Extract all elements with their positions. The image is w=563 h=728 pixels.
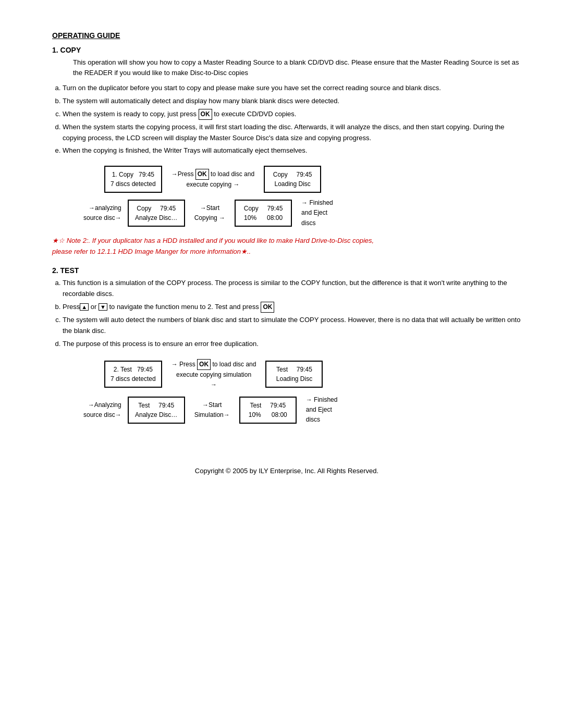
copyright: Copyright © 2005 by ILY Enterprise, Inc.… (52, 467, 521, 475)
test-analyzing-text: →Analyzing source disc→ (83, 400, 121, 420)
test-lcd-4: Test 79:45 10% 08:00 (239, 397, 297, 424)
copy-lcd-1-line1: 1. Copy 79:45 (111, 170, 156, 179)
copy-lcd-4-line2: 10% 08:00 (241, 213, 286, 223)
copy-step-a: Turn on the duplicator before you start … (63, 83, 521, 94)
copy-diagram-row1: 1. Copy 79:45 7 discs detected →Press OK… (104, 166, 521, 193)
copy-analyzing-text: →analyzing source disc→ (83, 203, 121, 223)
test-lcd-2-line1: Test 79:45 (272, 365, 316, 374)
test-step-b: Press▲ or ▼ to navigate the function men… (63, 302, 521, 313)
test-step-c: The system will auto detect the numbers … (63, 315, 521, 337)
copy-diagram: 1. Copy 79:45 7 discs detected →Press OK… (52, 166, 521, 228)
test-lcd-1-line2: 7 discs detected (111, 374, 156, 384)
copy-step-c: When the system is ready to copy, just p… (63, 109, 521, 120)
copy-lcd-4-line1: Copy 79:45 (241, 204, 286, 213)
copy-step-e: When the copying is finished, the Writer… (63, 145, 521, 156)
test-step-a: This function is a simulation of the COP… (63, 278, 521, 300)
test-arrow-1: → Press OK to load disc and execute copy… (172, 359, 256, 390)
copy-lcd-3-line1: Copy 79:45 (134, 204, 179, 213)
test-diagram-row2: →Analyzing source disc→ Test 79:45 Analy… (83, 395, 521, 425)
test-lcd-3-line2: Analyze Disc… (134, 410, 179, 419)
test-steps-list: This function is a simulation of the COP… (63, 278, 521, 349)
copy-lcd-3-line2: Analyze Disc… (134, 213, 179, 223)
test-finished-text: → Finished and Eject discs (306, 395, 338, 425)
copy-finished-text: → Finished and Eject discs (301, 198, 333, 228)
copy-lcd-2: Copy 79:45 Loading Disc (264, 166, 321, 193)
test-section: 2. TEST This function is a simulation of… (52, 266, 521, 425)
copy-arrow-2: →Start Copying → (194, 203, 225, 223)
copy-arrow-1: →Press OK to load disc and execute copyi… (172, 169, 254, 190)
operating-guide-title: OPERATING GUIDE (52, 31, 521, 40)
copy-diagram-row2: →analyzing source disc→ Copy 79:45 Analy… (83, 198, 521, 228)
down-arrow-box: ▼ (99, 303, 107, 311)
copy-lcd-2-line2: Loading Disc (270, 179, 315, 189)
copy-steps-list: Turn on the duplicator before you start … (63, 83, 521, 156)
note-content: Note 2:. If your duplicator has a HDD in… (67, 237, 374, 244)
test-lcd-2: Test 79:45 Loading Disc (265, 361, 323, 388)
test-step-d: The purpose of this process is to ensure… (63, 339, 521, 350)
test-lcd-3-line1: Test 79:45 (134, 401, 179, 410)
test-lcd-2-line2: Loading Disc (272, 374, 316, 384)
ok-box-1: OK (199, 109, 212, 120)
test-arrow-2: →Start Simulation→ (194, 400, 230, 420)
test-diagram: 2. Test 79:45 7 discs detected → Press O… (52, 359, 521, 425)
ok-box-2: OK (195, 169, 209, 180)
test-lcd-1-line1: 2. Test 79:45 (111, 365, 156, 374)
ok-box-3: OK (261, 302, 274, 313)
copy-heading: 1. COPY (52, 46, 521, 54)
note-stars-prefix: ★☆ (52, 237, 67, 244)
copy-lcd-3: Copy 79:45 Analyze Disc… (128, 200, 185, 227)
copy-section: 1. COPY This operation will show you how… (52, 46, 521, 257)
copy-lcd-1-line2: 7 discs detected (111, 179, 156, 189)
note-text: ★☆ Note 2:. If your duplicator has a HDD… (52, 236, 521, 257)
test-lcd-1: 2. Test 79:45 7 discs detected (104, 361, 162, 388)
up-arrow-box: ▲ (80, 303, 89, 311)
test-heading: 2. TEST (52, 266, 521, 275)
test-lcd-4-line2: 10% 08:00 (246, 410, 290, 419)
ok-box-4: OK (197, 359, 211, 370)
copy-lcd-4: Copy 79:45 10% 08:00 (235, 200, 292, 227)
test-diagram-row1: 2. Test 79:45 7 discs detected → Press O… (104, 359, 521, 390)
copy-step-d: When the system starts the copying proce… (63, 122, 521, 144)
note-content-2: please refer to 12.1.1 HDD Image Manger … (52, 248, 251, 255)
test-lcd-3: Test 79:45 Analyze Disc… (128, 397, 185, 424)
test-lcd-4-line1: Test 79:45 (246, 401, 290, 410)
copy-lcd-1: 1. Copy 79:45 7 discs detected (104, 166, 162, 193)
copy-lcd-2-line1: Copy 79:45 (270, 170, 315, 179)
copy-intro: This operation will show you how to copy… (73, 57, 521, 78)
copy-step-b: The system will automatically detect and… (63, 96, 521, 107)
